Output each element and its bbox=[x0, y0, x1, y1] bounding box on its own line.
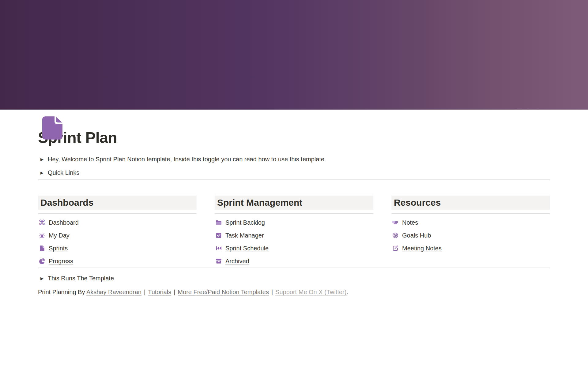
keyboard-icon bbox=[392, 219, 399, 226]
footer-suffix: . bbox=[346, 289, 348, 295]
checkbox-icon bbox=[215, 232, 222, 239]
footer-separator: | bbox=[174, 289, 175, 295]
page-content: Sprint Plan ▶ Hey, Welcome to Sprint Pla… bbox=[0, 129, 588, 299]
toggle-quick-links[interactable]: ▶ Quick Links bbox=[38, 166, 550, 179]
sun-icon bbox=[39, 232, 45, 239]
link-task-manager[interactable]: Task Manager bbox=[215, 229, 373, 242]
toggle-quick-links-label: Quick Links bbox=[48, 169, 79, 177]
page-title: Sprint Plan bbox=[38, 129, 550, 147]
link-goals-hub[interactable]: Goals Hub bbox=[391, 229, 550, 242]
archive-icon bbox=[215, 258, 222, 264]
toggle-welcome[interactable]: ▶ Hey, Welcome to Sprint Plan Notion tem… bbox=[38, 152, 550, 166]
column-header: Dashboards bbox=[38, 196, 197, 210]
link-sprint-schedule[interactable]: Sprint Schedule bbox=[215, 242, 373, 255]
edit-icon bbox=[392, 245, 399, 252]
footer-link-tutorials[interactable]: Tutorials bbox=[148, 289, 171, 295]
footer-link-author[interactable]: Akshay Raveendran bbox=[86, 289, 141, 295]
link-meeting-notes[interactable]: Meeting Notes bbox=[391, 242, 550, 255]
link-archived[interactable]: Archived bbox=[215, 255, 373, 268]
column-underline bbox=[215, 213, 373, 214]
column-sprint-management: Sprint Management Sprint Backlog Task Ma… bbox=[215, 196, 373, 268]
column-dashboards: Dashboards ⌘ Dashboard bbox=[38, 196, 197, 268]
link-sprints[interactable]: Sprints bbox=[38, 242, 197, 255]
column-underline bbox=[391, 213, 550, 214]
toggle-runs-template-label: This Runs The Template bbox=[48, 274, 114, 282]
document-icon bbox=[42, 116, 62, 140]
toggle-triangle-icon[interactable]: ▶ bbox=[38, 170, 46, 175]
rewind-icon bbox=[215, 245, 222, 252]
column-header: Resources bbox=[391, 196, 550, 210]
footer-prefix: Print Planning By bbox=[38, 289, 86, 295]
pie-chart-icon bbox=[39, 258, 45, 264]
divider bbox=[38, 179, 550, 180]
column-underline bbox=[38, 213, 197, 214]
link-my-day[interactable]: My Day bbox=[38, 229, 197, 242]
footer-link-twitter[interactable]: Support Me On X (Twitter) bbox=[275, 289, 346, 295]
link-columns: Dashboards ⌘ Dashboard bbox=[38, 196, 550, 268]
column-header: Sprint Management bbox=[215, 196, 373, 210]
command-icon: ⌘ bbox=[39, 219, 45, 226]
toggle-welcome-label: Hey, Welcome to Sprint Plan Notion templ… bbox=[48, 155, 326, 163]
link-notes[interactable]: Notes bbox=[391, 216, 550, 229]
page-icon bbox=[39, 245, 45, 252]
divider bbox=[38, 268, 550, 268]
page-icon[interactable] bbox=[42, 116, 62, 140]
link-progress[interactable]: Progress bbox=[38, 255, 197, 268]
toggle-triangle-icon[interactable]: ▶ bbox=[38, 157, 46, 162]
footer-separator: | bbox=[271, 289, 273, 295]
link-sprint-backlog[interactable]: Sprint Backlog bbox=[215, 216, 373, 229]
toggle-triangle-icon[interactable]: ▶ bbox=[38, 276, 46, 281]
footer-separator: | bbox=[144, 289, 145, 295]
toggle-runs-template[interactable]: ▶ This Runs The Template bbox=[38, 272, 550, 285]
page-cover bbox=[0, 0, 588, 110]
footer-link-templates[interactable]: More Free/Paid Notion Templates bbox=[178, 289, 269, 295]
footer-credits: Print Planning By Akshay Raveendran|Tuto… bbox=[38, 286, 550, 299]
column-resources: Resources Notes bbox=[391, 196, 550, 268]
target-icon bbox=[392, 232, 399, 239]
link-dashboard[interactable]: ⌘ Dashboard bbox=[38, 216, 197, 229]
folder-icon bbox=[215, 219, 222, 226]
